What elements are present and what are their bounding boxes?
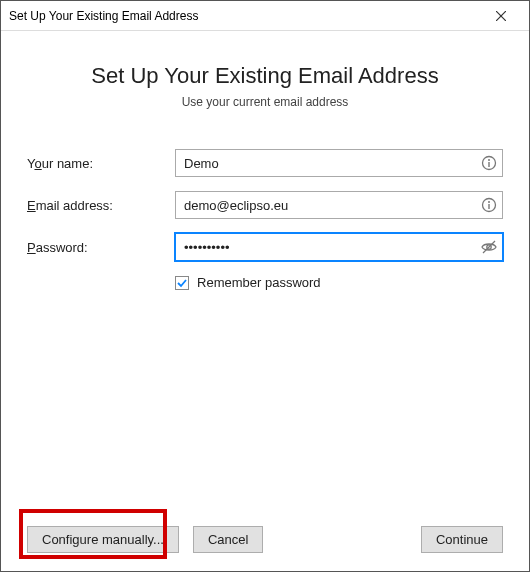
continue-button[interactable]: Continue: [421, 526, 503, 553]
configure-manually-button[interactable]: Configure manually...: [27, 526, 179, 553]
close-icon: [496, 11, 506, 21]
email-label: Email address:: [27, 198, 175, 213]
remember-checkbox[interactable]: [175, 276, 189, 290]
email-input[interactable]: [175, 191, 503, 219]
titlebar: Set Up Your Existing Email Address: [1, 1, 529, 31]
password-row: Password:: [27, 233, 503, 261]
password-label: Password:: [27, 240, 175, 255]
name-input-wrap: [175, 149, 503, 177]
dialog-content: Set Up Your Existing Email Address Use y…: [1, 31, 529, 310]
name-input[interactable]: [175, 149, 503, 177]
page-subheading: Use your current email address: [27, 95, 503, 109]
svg-point-6: [488, 201, 490, 203]
password-input-wrap: [175, 233, 503, 261]
svg-rect-7: [488, 204, 489, 209]
remember-row: Remember password: [175, 275, 503, 290]
eye-off-icon[interactable]: [481, 239, 497, 255]
info-icon[interactable]: [481, 197, 497, 213]
page-heading: Set Up Your Existing Email Address: [27, 63, 503, 89]
name-label: Your name:: [27, 156, 175, 171]
svg-line-9: [483, 241, 495, 253]
checkmark-icon: [177, 278, 187, 288]
svg-point-3: [488, 159, 490, 161]
remember-label: Remember password: [197, 275, 321, 290]
password-input[interactable]: [175, 233, 503, 261]
info-icon[interactable]: [481, 155, 497, 171]
button-bar: Configure manually... Cancel Continue: [1, 526, 529, 553]
svg-rect-4: [488, 162, 489, 167]
email-input-wrap: [175, 191, 503, 219]
button-group-left: Configure manually... Cancel: [27, 526, 263, 553]
cancel-button[interactable]: Cancel: [193, 526, 263, 553]
email-row: Email address:: [27, 191, 503, 219]
name-row: Your name:: [27, 149, 503, 177]
close-button[interactable]: [481, 2, 521, 30]
window-title: Set Up Your Existing Email Address: [9, 9, 481, 23]
